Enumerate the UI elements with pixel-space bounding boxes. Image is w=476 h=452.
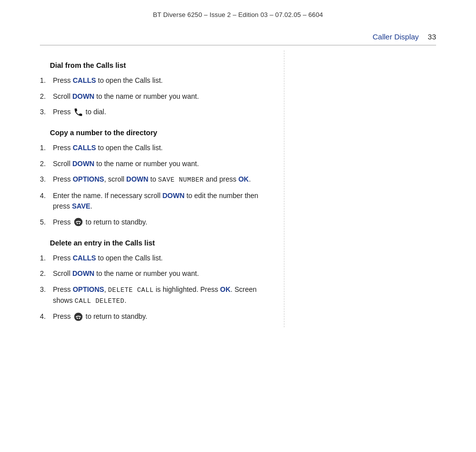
svg-rect-4 [76,317,78,319]
steps-list-dial: 1. Press CALLS to open the Calls list. 2… [40,75,274,118]
keyword-ok: OK [238,175,249,183]
section-dial-from-calls: Dial from the Calls list 1. Press CALLS … [40,61,274,118]
step-text: Press OPTIONS, DELETE CALL is highlighte… [53,284,274,306]
step-text: Press OPTIONS, scroll DOWN to SAVE NUMBE… [53,174,274,185]
keyword-down: DOWN [72,160,94,168]
section-heading-delete: Delete an entry in the Calls list [50,239,274,247]
keyword-save: SAVE [72,202,90,210]
list-item: 2. Scroll DOWN to the name or number you… [40,91,274,102]
screen-text-call-deleted: CALL DELETED [75,297,125,305]
svg-point-0 [74,218,82,226]
step-num: 3. [40,284,49,306]
page-header: BT Diverse 6250 – Issue 2 – Edition 03 –… [0,0,476,23]
page-number: 33 [428,32,436,41]
steps-list-delete: 1. Press CALLS to open the Calls list. 2… [40,253,274,322]
list-item: 1. Press CALLS to open the Calls list. [40,143,274,154]
left-column: Dial from the Calls list 1. Press CALLS … [40,50,284,327]
step-num: 1. [40,75,49,86]
step-text: Press CALLS to open the Calls list. [53,75,274,86]
step-num: 1. [40,253,49,264]
list-item: 3. Press OPTIONS, DELETE CALL is highlig… [40,284,274,306]
step-text: Enter the name. If necessary scroll DOWN… [53,191,274,212]
step-text: Press to return to standby. [53,311,274,322]
step-text: Press CALLS to open the Calls list. [53,143,274,154]
list-item: 2. Scroll DOWN to the name or number you… [40,268,274,279]
keyword-options: OPTIONS [73,285,104,293]
step-num: 4. [40,191,49,212]
right-column [284,50,436,327]
step-text: Press to dial. [53,107,274,118]
step-num: 2. [40,268,49,279]
step-num: 2. [40,159,49,170]
list-item: 2. Scroll DOWN to the name or number you… [40,159,274,170]
step-text: Scroll DOWN to the name or number you wa… [53,159,274,170]
section-copy-to-directory: Copy a number to the directory 1. Press … [40,129,274,228]
steps-list-copy: 1. Press CALLS to open the Calls list. 2… [40,143,274,228]
svg-rect-1 [76,223,78,225]
keyword-calls: CALLS [73,254,96,262]
keyword-down: DOWN [72,269,94,277]
step-text: Press to return to standby. [53,217,274,228]
keyword-down: DOWN [162,192,184,200]
list-item: 4. Enter the name. If necessary scroll D… [40,191,274,212]
step-text: Scroll DOWN to the name or number you wa… [53,268,274,279]
call-icon [73,107,83,117]
svg-point-3 [74,312,82,321]
step-num: 4. [40,311,49,322]
section-heading-copy: Copy a number to the directory [50,129,274,137]
step-text: Press CALLS to open the Calls list. [53,253,274,264]
keyword-down: DOWN [126,175,148,183]
step-num: 2. [40,91,49,102]
list-item: 3. Press OPTIONS, scroll DOWN to SAVE NU… [40,174,274,185]
header-title: BT Diverse 6250 – Issue 2 – Edition 03 –… [153,11,323,18]
screen-text-save-number: SAVE NUMBER [158,176,204,184]
step-num: 3. [40,174,49,185]
screen-text-delete-call: DELETE CALL [108,286,154,294]
svg-rect-5 [79,317,80,319]
list-item: 1. Press CALLS to open the Calls list. [40,253,274,264]
section-heading-dial: Dial from the Calls list [50,61,274,69]
keyword-options: OPTIONS [73,175,104,183]
end-call-icon [73,217,83,227]
step-text: Scroll DOWN to the name or number you wa… [53,91,274,102]
keyword-ok: OK [220,285,231,293]
main-content: Dial from the Calls list 1. Press CALLS … [40,45,436,327]
end-call-icon-2 [73,312,83,322]
step-num: 1. [40,143,49,154]
chapter-title: Caller Display [373,32,419,41]
svg-rect-2 [79,223,80,225]
list-item: 1. Press CALLS to open the Calls list. [40,75,274,86]
list-item: 3. Press to dial. [40,107,274,118]
header-rule-area: Caller Display 33 [0,23,476,41]
list-item: 4. Press to return to standby. [40,311,274,322]
step-num: 5. [40,217,49,228]
step-num: 3. [40,107,49,118]
list-item: 5. Press to return to standby. [40,217,274,228]
keyword-calls: CALLS [73,76,96,84]
section-delete-entry: Delete an entry in the Calls list 1. Pre… [40,239,274,322]
keyword-calls: CALLS [73,144,96,152]
keyword-down: DOWN [72,92,94,100]
chapter-title-block: Caller Display 33 [373,32,436,41]
